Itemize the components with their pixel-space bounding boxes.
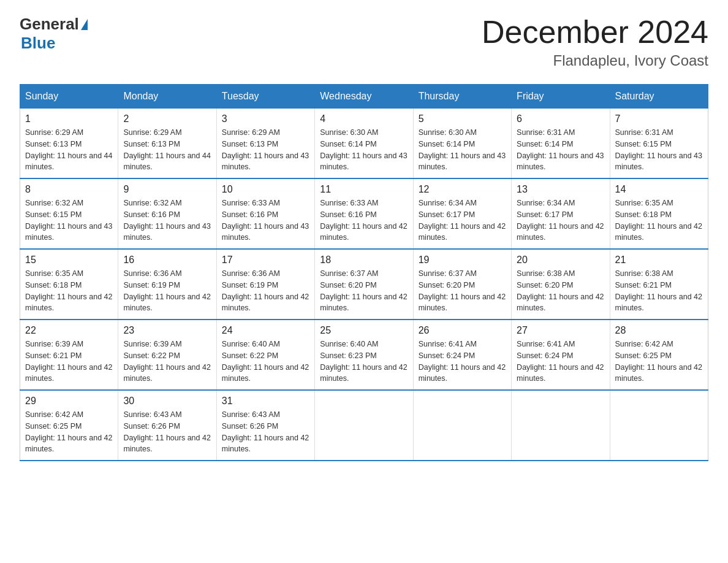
calendar-day-cell: 5Sunrise: 6:30 AMSunset: 6:14 PMDaylight…	[413, 109, 511, 179]
logo-triangle-icon	[81, 19, 88, 30]
calendar-week-row: 22Sunrise: 6:39 AMSunset: 6:21 PMDayligh…	[20, 320, 708, 390]
day-number: 27	[517, 325, 604, 336]
day-number: 12	[419, 184, 506, 195]
calendar-day-cell: 11Sunrise: 6:33 AMSunset: 6:16 PMDayligh…	[315, 178, 413, 249]
day-number: 22	[25, 325, 113, 336]
day-info: Sunrise: 6:31 AMSunset: 6:15 PMDaylight:…	[615, 127, 703, 173]
calendar-day-cell	[610, 390, 708, 461]
day-info: Sunrise: 6:30 AMSunset: 6:14 PMDaylight:…	[419, 127, 506, 173]
day-number: 20	[517, 255, 604, 266]
calendar-day-cell: 23Sunrise: 6:39 AMSunset: 6:22 PMDayligh…	[118, 320, 216, 390]
calendar-day-cell: 15Sunrise: 6:35 AMSunset: 6:18 PMDayligh…	[20, 249, 118, 320]
day-number: 23	[123, 325, 211, 336]
day-of-week-header: Thursday	[413, 85, 511, 109]
day-info: Sunrise: 6:42 AMSunset: 6:25 PMDaylight:…	[615, 339, 703, 385]
calendar-day-cell: 17Sunrise: 6:36 AMSunset: 6:19 PMDayligh…	[216, 249, 314, 320]
day-of-week-header: Monday	[118, 85, 216, 109]
calendar-week-row: 15Sunrise: 6:35 AMSunset: 6:18 PMDayligh…	[20, 249, 708, 320]
day-info: Sunrise: 6:32 AMSunset: 6:15 PMDaylight:…	[25, 197, 113, 243]
day-of-week-header: Wednesday	[315, 85, 413, 109]
calendar-day-cell: 25Sunrise: 6:40 AMSunset: 6:23 PMDayligh…	[315, 320, 413, 390]
calendar-day-cell: 10Sunrise: 6:33 AMSunset: 6:16 PMDayligh…	[216, 178, 314, 249]
day-info: Sunrise: 6:37 AMSunset: 6:20 PMDaylight:…	[320, 268, 408, 314]
calendar-day-cell: 21Sunrise: 6:38 AMSunset: 6:21 PMDayligh…	[610, 249, 708, 320]
calendar-day-cell: 29Sunrise: 6:42 AMSunset: 6:25 PMDayligh…	[20, 390, 118, 461]
day-number: 11	[320, 184, 408, 195]
day-number: 24	[222, 325, 309, 336]
day-number: 6	[517, 113, 604, 124]
day-info: Sunrise: 6:36 AMSunset: 6:19 PMDaylight:…	[123, 268, 211, 314]
calendar-day-cell: 8Sunrise: 6:32 AMSunset: 6:15 PMDaylight…	[20, 178, 118, 249]
day-info: Sunrise: 6:29 AMSunset: 6:13 PMDaylight:…	[25, 127, 113, 173]
day-number: 8	[25, 184, 113, 195]
day-info: Sunrise: 6:32 AMSunset: 6:16 PMDaylight:…	[123, 197, 211, 243]
page-header: General Blue December 2024 Flandapleu, I…	[20, 15, 708, 69]
day-info: Sunrise: 6:41 AMSunset: 6:24 PMDaylight:…	[419, 339, 506, 385]
logo: General Blue	[20, 15, 88, 53]
day-info: Sunrise: 6:29 AMSunset: 6:13 PMDaylight:…	[222, 127, 309, 173]
day-number: 3	[222, 113, 309, 124]
calendar-day-cell: 1Sunrise: 6:29 AMSunset: 6:13 PMDaylight…	[20, 109, 118, 179]
day-info: Sunrise: 6:40 AMSunset: 6:23 PMDaylight:…	[320, 339, 408, 385]
day-number: 4	[320, 113, 408, 124]
calendar-day-cell: 18Sunrise: 6:37 AMSunset: 6:20 PMDayligh…	[315, 249, 413, 320]
day-info: Sunrise: 6:35 AMSunset: 6:18 PMDaylight:…	[25, 268, 113, 314]
day-info: Sunrise: 6:43 AMSunset: 6:26 PMDaylight:…	[123, 409, 211, 455]
day-number: 25	[320, 325, 408, 336]
day-number: 15	[25, 255, 113, 266]
day-info: Sunrise: 6:41 AMSunset: 6:24 PMDaylight:…	[517, 339, 604, 385]
calendar-day-cell: 9Sunrise: 6:32 AMSunset: 6:16 PMDaylight…	[118, 178, 216, 249]
day-number: 16	[123, 255, 211, 266]
day-info: Sunrise: 6:33 AMSunset: 6:16 PMDaylight:…	[320, 197, 408, 243]
calendar-day-cell: 3Sunrise: 6:29 AMSunset: 6:13 PMDaylight…	[216, 109, 314, 179]
calendar-header-row: SundayMondayTuesdayWednesdayThursdayFrid…	[20, 85, 708, 109]
calendar-day-cell: 22Sunrise: 6:39 AMSunset: 6:21 PMDayligh…	[20, 320, 118, 390]
calendar-table: SundayMondayTuesdayWednesdayThursdayFrid…	[20, 84, 708, 461]
day-info: Sunrise: 6:29 AMSunset: 6:13 PMDaylight:…	[123, 127, 211, 173]
logo-blue: Blue	[21, 34, 55, 53]
calendar-day-cell	[413, 390, 511, 461]
calendar-day-cell: 24Sunrise: 6:40 AMSunset: 6:22 PMDayligh…	[216, 320, 314, 390]
calendar-day-cell: 27Sunrise: 6:41 AMSunset: 6:24 PMDayligh…	[512, 320, 610, 390]
day-number: 31	[222, 396, 309, 407]
calendar-day-cell: 12Sunrise: 6:34 AMSunset: 6:17 PMDayligh…	[413, 178, 511, 249]
calendar-day-cell: 28Sunrise: 6:42 AMSunset: 6:25 PMDayligh…	[610, 320, 708, 390]
day-info: Sunrise: 6:39 AMSunset: 6:22 PMDaylight:…	[123, 339, 211, 385]
day-number: 10	[222, 184, 309, 195]
day-info: Sunrise: 6:38 AMSunset: 6:21 PMDaylight:…	[615, 268, 703, 314]
day-info: Sunrise: 6:34 AMSunset: 6:17 PMDaylight:…	[419, 197, 506, 243]
calendar-day-cell: 2Sunrise: 6:29 AMSunset: 6:13 PMDaylight…	[118, 109, 216, 179]
day-info: Sunrise: 6:37 AMSunset: 6:20 PMDaylight:…	[419, 268, 506, 314]
day-info: Sunrise: 6:40 AMSunset: 6:22 PMDaylight:…	[222, 339, 309, 385]
day-of-week-header: Saturday	[610, 85, 708, 109]
calendar-day-cell: 7Sunrise: 6:31 AMSunset: 6:15 PMDaylight…	[610, 109, 708, 179]
calendar-day-cell: 20Sunrise: 6:38 AMSunset: 6:20 PMDayligh…	[512, 249, 610, 320]
day-number: 7	[615, 113, 703, 124]
day-number: 2	[123, 113, 211, 124]
calendar-day-cell: 31Sunrise: 6:43 AMSunset: 6:26 PMDayligh…	[216, 390, 314, 461]
day-info: Sunrise: 6:43 AMSunset: 6:26 PMDaylight:…	[222, 409, 309, 455]
day-of-week-header: Friday	[512, 85, 610, 109]
day-info: Sunrise: 6:38 AMSunset: 6:20 PMDaylight:…	[517, 268, 604, 314]
calendar-week-row: 8Sunrise: 6:32 AMSunset: 6:15 PMDaylight…	[20, 178, 708, 249]
day-info: Sunrise: 6:36 AMSunset: 6:19 PMDaylight:…	[222, 268, 309, 314]
calendar-day-cell: 4Sunrise: 6:30 AMSunset: 6:14 PMDaylight…	[315, 109, 413, 179]
logo-general: General	[20, 15, 79, 34]
day-info: Sunrise: 6:30 AMSunset: 6:14 PMDaylight:…	[320, 127, 408, 173]
calendar-day-cell: 13Sunrise: 6:34 AMSunset: 6:17 PMDayligh…	[512, 178, 610, 249]
month-title: December 2024	[482, 15, 708, 50]
title-block: December 2024 Flandapleu, Ivory Coast	[482, 15, 708, 69]
calendar-day-cell: 14Sunrise: 6:35 AMSunset: 6:18 PMDayligh…	[610, 178, 708, 249]
calendar-day-cell: 30Sunrise: 6:43 AMSunset: 6:26 PMDayligh…	[118, 390, 216, 461]
calendar-week-row: 29Sunrise: 6:42 AMSunset: 6:25 PMDayligh…	[20, 390, 708, 461]
location-title: Flandapleu, Ivory Coast	[482, 52, 708, 69]
day-info: Sunrise: 6:42 AMSunset: 6:25 PMDaylight:…	[25, 409, 113, 455]
day-number: 1	[25, 113, 113, 124]
day-number: 19	[419, 255, 506, 266]
calendar-day-cell	[512, 390, 610, 461]
calendar-day-cell: 26Sunrise: 6:41 AMSunset: 6:24 PMDayligh…	[413, 320, 511, 390]
day-number: 28	[615, 325, 703, 336]
day-number: 26	[419, 325, 506, 336]
calendar-day-cell: 19Sunrise: 6:37 AMSunset: 6:20 PMDayligh…	[413, 249, 511, 320]
day-number: 21	[615, 255, 703, 266]
